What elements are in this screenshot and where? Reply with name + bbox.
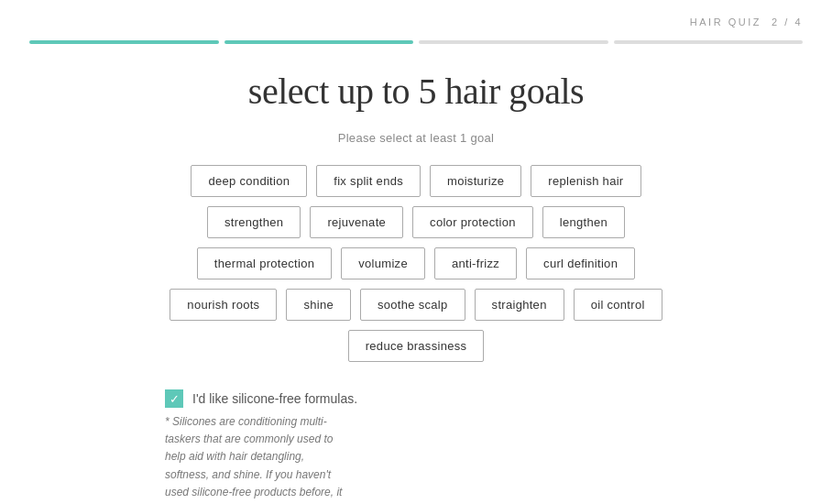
tag-btn-reduce-brassiness[interactable]: reduce brassiness (348, 330, 485, 362)
tag-btn-volumize[interactable]: volumize (341, 247, 425, 279)
page-title: select up to 5 hair goals (0, 70, 832, 113)
page-subtitle: Please select at least 1 goal (0, 131, 832, 145)
progress-segment-3 (419, 40, 608, 44)
checkmark-icon: ✓ (170, 393, 180, 405)
tag-btn-soothe-scalp[interactable]: soothe scalp (360, 289, 465, 321)
tag-btn-replenish-hair[interactable]: replenish hair (531, 165, 640, 197)
progress-segment-1 (29, 40, 219, 44)
tag-btn-moisturize[interactable]: moisturize (430, 165, 521, 197)
silicone-note: * Silicones are conditioning multi-taske… (0, 413, 348, 504)
tag-btn-anti-frizz[interactable]: anti-frizz (434, 247, 517, 279)
tag-btn-oil-control[interactable]: oil control (574, 289, 662, 321)
tag-btn-straighten[interactable]: straighten (475, 289, 564, 321)
tag-btn-fix-split-ends[interactable]: fix split ends (316, 165, 421, 197)
tag-btn-shine[interactable]: shine (286, 289, 351, 321)
tag-btn-thermal-protection[interactable]: thermal protection (197, 247, 332, 279)
silicone-checkbox[interactable]: ✓ (165, 389, 183, 408)
quiz-header: HAIR QUIZ 2 / 4 (0, 0, 832, 27)
progress-segment-4 (614, 40, 804, 44)
tag-btn-rejuvenate[interactable]: rejuvenate (310, 206, 403, 238)
tag-btn-curl-definition[interactable]: curl definition (526, 247, 635, 279)
tag-btn-deep-condition[interactable]: deep condition (191, 165, 307, 197)
progress-bar (0, 27, 832, 44)
silicone-checkbox-label: I'd like silicone-free formulas. (192, 391, 357, 406)
tags-container: deep conditionfix split endsmoisturizere… (68, 145, 764, 362)
quiz-label: HAIR QUIZ 2 / 4 (690, 16, 803, 27)
tag-btn-nourish-roots[interactable]: nourish roots (170, 289, 277, 321)
tag-btn-color-protection[interactable]: color protection (412, 206, 533, 238)
silicone-checkbox-wrapper[interactable]: ✓ I'd like silicone-free formulas. (165, 389, 357, 408)
tag-btn-lengthen[interactable]: lengthen (542, 206, 625, 238)
progress-segment-2 (224, 40, 414, 44)
tag-btn-strengthen[interactable]: strengthen (207, 206, 301, 238)
silicone-checkbox-section: ✓ I'd like silicone-free formulas. (0, 362, 832, 408)
